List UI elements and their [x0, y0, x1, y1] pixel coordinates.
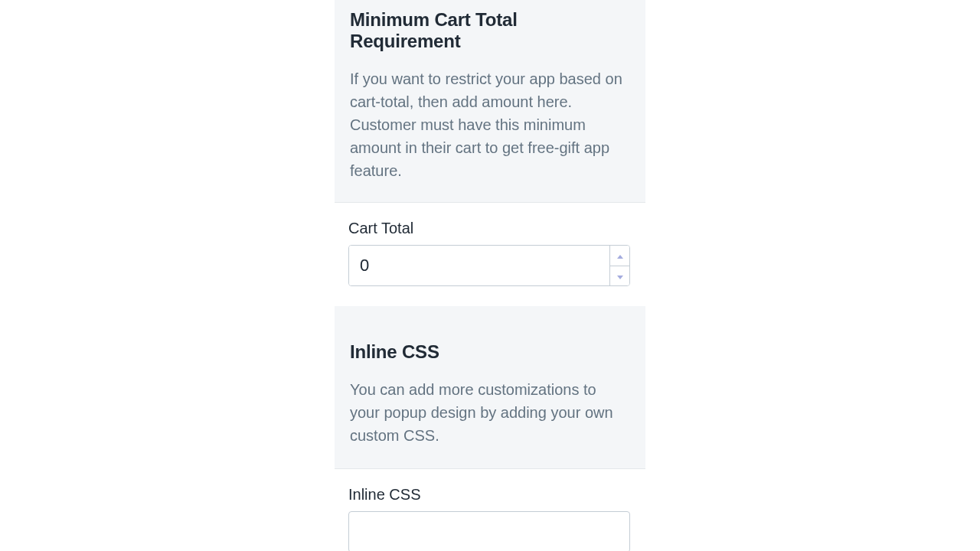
settings-panel: Minimum Cart Total Requirement If you wa… — [335, 0, 645, 551]
cart-total-label: Cart Total — [348, 220, 630, 237]
svg-marker-1 — [617, 276, 623, 279]
min-cart-title: Minimum Cart Total Requirement — [350, 9, 630, 52]
inline-css-header: Inline CSS You can add more customizatio… — [335, 306, 645, 469]
inline-css-body: Inline CSS — [335, 469, 645, 551]
min-cart-desc: If you want to restrict your app based o… — [350, 67, 630, 182]
inline-css-input[interactable] — [348, 511, 630, 551]
spinner-up-button[interactable] — [610, 246, 629, 266]
spinner-down-button[interactable] — [610, 266, 629, 286]
svg-marker-0 — [617, 255, 623, 259]
inline-css-title: Inline CSS — [350, 341, 630, 363]
inline-css-label: Inline CSS — [348, 486, 630, 504]
cart-total-input[interactable] — [349, 246, 609, 285]
caret-down-icon — [617, 270, 623, 282]
min-cart-header: Minimum Cart Total Requirement If you wa… — [335, 0, 645, 203]
spinner-buttons — [609, 246, 629, 285]
cart-total-spinner — [348, 245, 630, 286]
min-cart-body: Cart Total — [335, 203, 645, 306]
caret-up-icon — [617, 249, 623, 261]
inline-css-desc: You can add more customizations to your … — [350, 378, 630, 447]
